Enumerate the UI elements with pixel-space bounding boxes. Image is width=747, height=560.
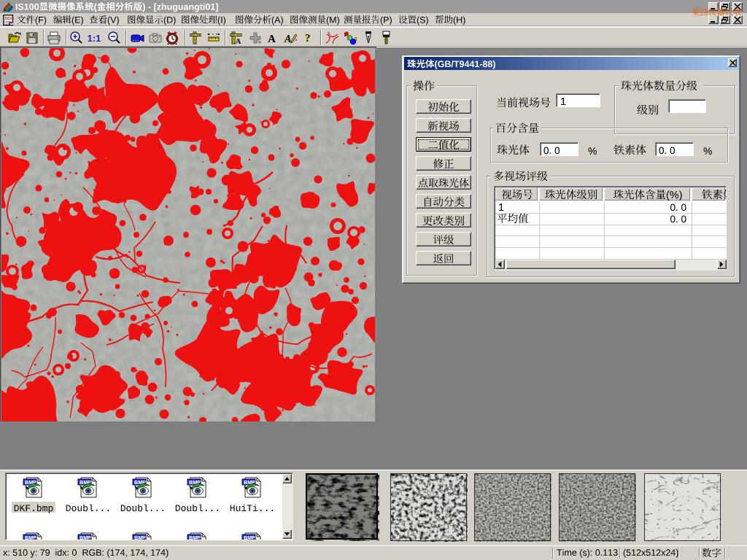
svg-text:3: 3 <box>355 36 357 42</box>
svg-text:1: 1 <box>344 32 347 37</box>
svg-text:A: A <box>236 36 241 45</box>
svg-text:A: A <box>268 33 276 44</box>
svg-text:A: A <box>284 34 291 44</box>
svg-text:DOC: DOC <box>4 16 13 20</box>
svg-text:?: ? <box>305 32 311 44</box>
svg-text:a: a <box>349 35 352 40</box>
